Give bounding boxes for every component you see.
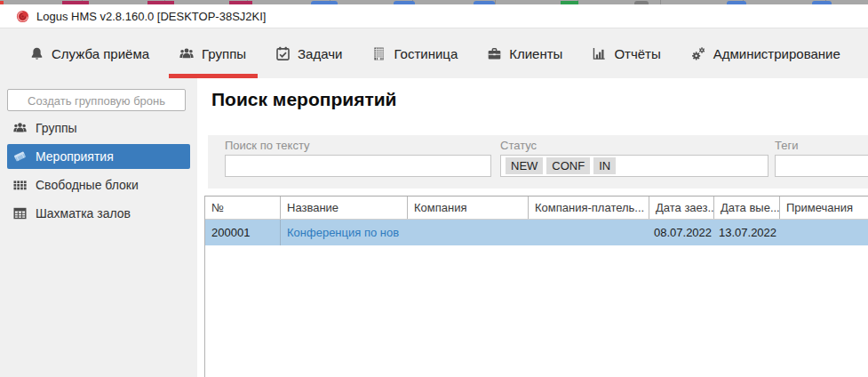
calendar-check-icon [275, 46, 291, 61]
status-tag-new[interactable]: NEW [506, 157, 543, 174]
sidebar-item-events[interactable]: Мероприятия [7, 144, 190, 169]
tags-input[interactable] [775, 155, 868, 177]
cell-arrival-date: 08.07.2022 [649, 220, 714, 245]
building-icon [371, 46, 386, 61]
search-label: Поиск по тексту [225, 139, 491, 154]
sidebar: Создать групповую бронь Группы Мероприят… [0, 78, 197, 377]
logus-logo-icon [16, 10, 29, 23]
ticket-icon [12, 149, 28, 164]
main-content: Поиск мероприятий Поиск по тексту Статус… [197, 78, 868, 377]
window-titlebar[interactable]: Logus HMS v2.8.160.0 [DESKTOP-38SJ2KI] [0, 4, 868, 28]
gears-icon [690, 46, 706, 61]
sidebar-item-label: Группы [36, 121, 77, 135]
blocks-grid-icon [12, 178, 28, 192]
nav-item-groups[interactable]: Группы [179, 46, 246, 61]
cell-notes [780, 220, 868, 245]
column-header-number[interactable]: № [205, 197, 281, 219]
nav-label: Задачи [298, 46, 342, 61]
status-tags-field[interactable]: NEW CONF IN [500, 155, 768, 177]
users-icon [12, 121, 28, 135]
nav-item-administration[interactable]: Администрирование [690, 46, 840, 61]
nav-label: Служба приёма [52, 46, 149, 61]
sidebar-item-label: Свободные блоки [36, 178, 139, 192]
filter-bar: Поиск по тексту Статус NEW CONF IN Теги [208, 135, 868, 188]
nav-label: Отчёты [614, 46, 660, 61]
tags-label: Теги [775, 139, 868, 154]
table-row[interactable]: 200001 Конференция по нов 08.07.2022 13.… [205, 220, 868, 245]
column-header-payer-company[interactable]: Компания-платель... [529, 197, 649, 219]
create-group-booking-button[interactable]: Создать групповую бронь [7, 89, 186, 111]
sidebar-item-label: Шахматка залов [36, 206, 131, 221]
column-header-arrival-date[interactable]: Дата заез... [649, 197, 714, 219]
sidebar-item-label: Мероприятия [36, 149, 114, 164]
status-tag-in[interactable]: IN [593, 157, 616, 174]
nav-label: Администрирование [713, 46, 840, 61]
nav-label: Клиенты [509, 46, 562, 61]
briefcase-icon [487, 46, 502, 61]
nav-item-clients[interactable]: Клиенты [487, 46, 562, 61]
nav-label: Гостиница [394, 46, 458, 61]
table-header-row: № Название Компания Компания-платель... … [205, 197, 868, 220]
table-grid-icon [12, 206, 28, 221]
column-header-notes[interactable]: Примечания [780, 197, 868, 219]
cell-company [408, 220, 529, 245]
page-title: Поиск мероприятий [211, 88, 868, 111]
nav-item-reports[interactable]: Отчёты [592, 46, 660, 61]
cell-event-name-link[interactable]: Конференция по нов [281, 220, 408, 245]
status-label: Статус [500, 139, 768, 154]
nav-item-tasks[interactable]: Задачи [275, 46, 342, 61]
users-icon [179, 46, 195, 61]
search-input[interactable] [225, 155, 491, 177]
sidebar-item-hall-chessboard[interactable]: Шахматка залов [7, 201, 190, 226]
column-header-company[interactable]: Компания [408, 197, 529, 219]
status-tag-conf[interactable]: CONF [546, 157, 590, 174]
cell-number: 200001 [205, 220, 281, 245]
filter-tags-group: Теги [775, 139, 868, 177]
filter-status-group: Статус NEW CONF IN [500, 139, 768, 177]
column-header-departure-date[interactable]: Дата вые... [714, 197, 780, 219]
bar-chart-icon [592, 46, 607, 61]
bell-icon [29, 46, 44, 61]
events-table: № Название Компания Компания-платель... … [204, 196, 868, 377]
main-navbar: Служба приёма Группы Задачи [0, 28, 868, 78]
filter-search-group: Поиск по тексту [225, 139, 491, 177]
nav-item-reception[interactable]: Служба приёма [29, 46, 149, 61]
window-title: Logus HMS v2.8.160.0 [DESKTOP-38SJ2KI] [36, 10, 266, 23]
nav-item-hotel[interactable]: Гостиница [371, 46, 458, 61]
sidebar-item-free-blocks[interactable]: Свободные блоки [7, 172, 190, 197]
nav-label: Группы [202, 46, 246, 61]
column-header-name[interactable]: Название [281, 197, 408, 219]
sidebar-item-groups[interactable]: Группы [7, 116, 190, 140]
cell-payer-company [529, 220, 649, 245]
cell-departure-date: 13.07.2022 [714, 220, 780, 245]
